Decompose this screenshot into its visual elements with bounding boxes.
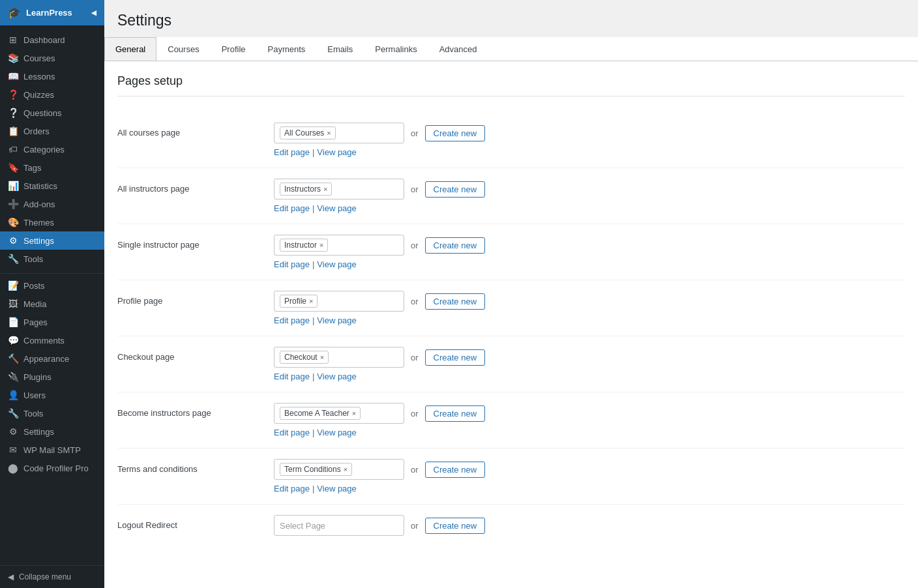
sidebar-item-lessons[interactable]: 📖 Lessons (0, 67, 104, 85)
or-text-profile: or (411, 297, 419, 306)
control-all-instructors-page: Instructors × or Create new Edit page | … (274, 179, 485, 213)
sidebar-item-orders[interactable]: 📋 Orders (0, 122, 104, 140)
tab-emails[interactable]: Emails (316, 37, 364, 61)
tag-close-become-instructors[interactable]: × (352, 410, 356, 417)
sidebar-item-dashboard[interactable]: ⊞ Dashboard (0, 31, 104, 49)
sidebar-item-settings[interactable]: ⚙ Settings (0, 231, 104, 250)
sidebar-item-plugins[interactable]: 🔌 Plugins (0, 368, 104, 386)
create-new-single-instructor-button[interactable]: Create new (425, 237, 485, 254)
sidebar-item-codeprofiler[interactable]: ⬤ Code Profiler Pro (0, 459, 104, 477)
sidebar-item-label: Comments (23, 336, 65, 345)
sidebar-item-posts[interactable]: 📝 Posts (0, 276, 104, 295)
sidebar-item-label: Add-ons (23, 199, 55, 209)
categories-icon: 🏷 (8, 144, 18, 154)
tag-close-single-instructor[interactable]: × (319, 242, 323, 249)
edit-page-single-instructor-link[interactable]: Edit page (274, 259, 310, 269)
label-single-instructor-page: Single instructor page (117, 235, 261, 250)
sep-become-instructors: | (310, 428, 317, 437)
settings-wp-icon: ⚙ (8, 426, 18, 437)
sidebar-item-quizzes[interactable]: ❓ Quizzes (0, 85, 104, 104)
tag-terms-conditions: Term Conditions × (280, 463, 352, 476)
sidebar-item-tools[interactable]: 🔧 Tools (0, 250, 104, 268)
tag-close-terms-conditions[interactable]: × (344, 466, 348, 473)
sidebar-item-media[interactable]: 🖼 Media (0, 295, 104, 313)
view-page-all-instructors-link[interactable]: View page (317, 203, 356, 213)
appearance-icon: 🔨 (8, 353, 18, 364)
sidebar-item-wpmail[interactable]: ✉ WP Mail SMTP (0, 441, 104, 459)
tab-courses[interactable]: Courses (156, 37, 210, 61)
sidebar-item-label: Pages (23, 317, 48, 327)
tag-all-instructors: Instructors × (280, 183, 332, 196)
row-profile-page: Profile page Profile × or Create new Edi… (117, 280, 905, 336)
tag-close-profile[interactable]: × (309, 298, 313, 305)
sidebar-item-label: Themes (23, 218, 54, 228)
create-new-all-instructors-button[interactable]: Create new (425, 181, 485, 198)
collapse-menu[interactable]: ◀ Collapse menu (0, 565, 104, 588)
sidebar-item-addons[interactable]: ➕ Add-ons (0, 195, 104, 213)
edit-page-checkout-link[interactable]: Edit page (274, 372, 310, 381)
tag-input-profile[interactable]: Profile × (274, 291, 404, 312)
sidebar-item-label: Quizzes (23, 90, 54, 100)
tag-close-checkout[interactable]: × (320, 354, 324, 361)
tag-close-all-courses[interactable]: × (327, 130, 331, 137)
sep-terms-conditions: | (310, 484, 317, 493)
tab-payments[interactable]: Payments (257, 37, 317, 61)
view-page-become-instructors-link[interactable]: View page (317, 428, 356, 437)
sidebar-item-tools-wp[interactable]: 🔧 Tools (0, 404, 104, 422)
control-all-courses-page: All Courses × or Create new Edit page | … (274, 123, 485, 157)
sidebar-item-settings-wp[interactable]: ⚙ Settings (0, 422, 104, 441)
create-new-all-courses-button[interactable]: Create new (425, 125, 485, 141)
sidebar-item-pages[interactable]: 📄 Pages (0, 313, 104, 331)
view-page-profile-link[interactable]: View page (317, 316, 356, 325)
sidebar-item-users[interactable]: 👤 Users (0, 386, 104, 404)
select-page-logout-redirect[interactable]: Select Page (274, 515, 404, 536)
control-become-instructors-page: Become A Teacher × or Create new Edit pa… (274, 403, 485, 437)
tag-input-single-instructor[interactable]: Instructor × (274, 235, 404, 256)
create-new-become-instructors-button[interactable]: Create new (425, 405, 485, 422)
create-new-checkout-button[interactable]: Create new (425, 349, 485, 366)
collapse-label: Collapse menu (19, 572, 71, 581)
create-new-terms-conditions-button[interactable]: Create new (425, 462, 485, 478)
sidebar-item-questions[interactable]: ❔ Questions (0, 104, 104, 122)
tab-profile[interactable]: Profile (211, 37, 257, 61)
page-links-all-courses: Edit page | View page (274, 147, 357, 157)
view-page-terms-conditions-link[interactable]: View page (317, 484, 356, 493)
create-new-logout-redirect-button[interactable]: Create new (425, 518, 485, 534)
sidebar-logo[interactable]: 🎓 LearnPress ◀ (0, 0, 104, 25)
tag-input-become-instructors[interactable]: Become A Teacher × (274, 403, 404, 424)
view-page-all-courses-link[interactable]: View page (317, 147, 356, 157)
view-page-single-instructor-link[interactable]: View page (317, 259, 356, 269)
addons-icon: ➕ (8, 199, 18, 209)
view-page-checkout-link[interactable]: View page (317, 372, 356, 381)
tags-icon: 🔖 (8, 162, 18, 173)
tab-advanced[interactable]: Advanced (428, 37, 488, 61)
row-inline-profile: Profile × or Create new (274, 291, 485, 312)
edit-page-terms-conditions-link[interactable]: Edit page (274, 484, 310, 493)
or-text-all-instructors: or (411, 184, 419, 194)
sidebar-item-appearance[interactable]: 🔨 Appearance (0, 349, 104, 368)
sidebar-item-tags[interactable]: 🔖 Tags (0, 158, 104, 177)
edit-page-all-courses-link[interactable]: Edit page (274, 147, 310, 157)
edit-page-all-instructors-link[interactable]: Edit page (274, 203, 310, 213)
tag-input-all-courses[interactable]: All Courses × (274, 123, 404, 143)
tab-general[interactable]: General (104, 37, 156, 61)
sidebar-item-statistics[interactable]: 📊 Statistics (0, 177, 104, 195)
edit-page-profile-link[interactable]: Edit page (274, 316, 310, 325)
edit-page-become-instructors-link[interactable]: Edit page (274, 428, 310, 437)
sidebar-item-comments[interactable]: 💬 Comments (0, 331, 104, 349)
tag-input-checkout[interactable]: Checkout × (274, 347, 404, 368)
tag-input-terms-conditions[interactable]: Term Conditions × (274, 459, 404, 480)
sidebar-item-categories[interactable]: 🏷 Categories (0, 140, 104, 158)
row-inline-logout-redirect: Select Page or Create new (274, 515, 485, 536)
tab-permalinks[interactable]: Permalinks (364, 37, 428, 61)
control-terms-conditions: Term Conditions × or Create new Edit pag… (274, 459, 485, 493)
create-new-profile-button[interactable]: Create new (425, 293, 485, 310)
page-links-profile: Edit page | View page (274, 316, 357, 325)
control-checkout-page: Checkout × or Create new Edit page | Vie… (274, 347, 485, 381)
tag-input-all-instructors[interactable]: Instructors × (274, 179, 404, 199)
pages-icon: 📄 (8, 317, 18, 327)
tag-close-all-instructors[interactable]: × (323, 186, 327, 193)
sidebar-item-label: Users (23, 390, 46, 400)
sidebar-item-themes[interactable]: 🎨 Themes (0, 213, 104, 231)
sidebar-item-courses[interactable]: 📚 Courses (0, 49, 104, 67)
